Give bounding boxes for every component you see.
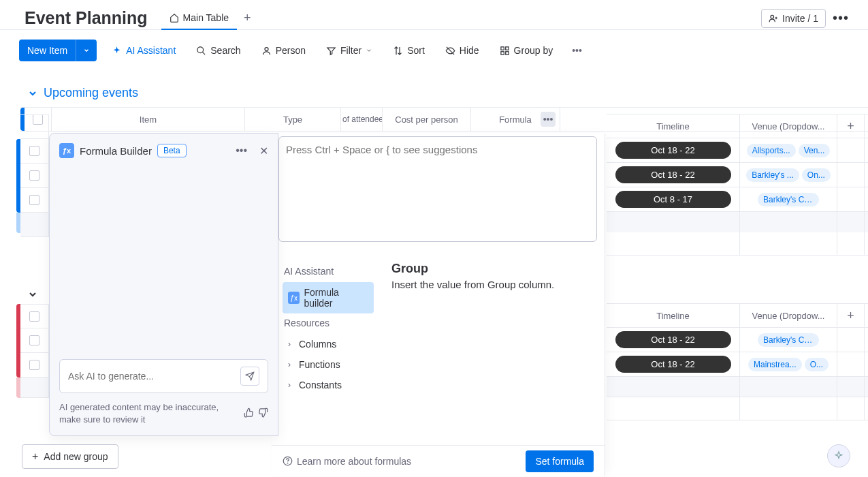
venue-tag[interactable]: Barkley's Center: [758, 193, 819, 206]
person-add-icon: [769, 14, 778, 23]
chevron-down-icon: [366, 47, 372, 54]
row-checkbox[interactable]: [29, 360, 39, 370]
add-column-button[interactable]: +: [837, 114, 865, 138]
column-header-type[interactable]: Type: [245, 108, 341, 131]
add-group-label: Add new group: [44, 451, 108, 462]
formula-editor-input[interactable]: [278, 136, 597, 242]
add-tab-button[interactable]: +: [237, 5, 258, 31]
formula-icon: ƒx: [59, 143, 74, 158]
fe-detail-title: Group: [391, 262, 594, 276]
venue-tag[interactable]: Ven...: [799, 144, 831, 157]
formula-column-menu[interactable]: •••: [541, 112, 556, 127]
table-row[interactable]: Oct 18 - 22 Mainstrea...O...: [607, 352, 868, 377]
invite-label: Invite / 1: [782, 13, 818, 24]
chevron-down-icon: [83, 47, 90, 54]
set-formula-button[interactable]: Set formula: [526, 450, 594, 472]
column-header-cost[interactable]: Cost per person: [383, 108, 471, 131]
toolbar-more-menu[interactable]: •••: [568, 41, 586, 60]
group-collapse-icon[interactable]: [27, 289, 38, 300]
group-bar-faded: [16, 213, 20, 233]
fe-item-constants[interactable]: ›Constants: [283, 375, 374, 395]
timeline-pill[interactable]: Oct 18 - 22: [615, 166, 731, 183]
thumbs-up-button[interactable]: [244, 407, 254, 420]
thumbs-down-button[interactable]: [258, 407, 268, 420]
add-column-button[interactable]: +: [837, 304, 865, 327]
sparkle-icon: [112, 46, 122, 56]
sort-button[interactable]: Sort: [387, 41, 430, 60]
select-all-checkbox[interactable]: [29, 311, 39, 322]
group-bar: [16, 304, 20, 378]
column-header-timeline[interactable]: Timeline: [607, 114, 740, 138]
home-icon: [170, 13, 179, 22]
sparkle-icon: [833, 450, 844, 461]
table-row[interactable]: Oct 8 - 17 Barkley's Center: [607, 187, 868, 212]
ai-assistant-button[interactable]: AI Assistant: [106, 41, 181, 60]
ai-send-button[interactable]: [240, 367, 259, 386]
group-bar: [16, 139, 20, 213]
table-row[interactable]: Oct 18 - 22 Barkley's Center: [607, 328, 868, 352]
column-header-timeline[interactable]: Timeline: [607, 304, 740, 327]
svg-point-0: [771, 15, 774, 18]
fe-item-columns[interactable]: ›Columns: [283, 334, 374, 354]
sort-label: Sort: [407, 45, 425, 56]
board-more-menu[interactable]: •••: [833, 10, 849, 26]
floating-ai-button[interactable]: [827, 444, 850, 467]
ai-generate-input[interactable]: [68, 371, 240, 382]
group-icon: [500, 46, 510, 56]
search-button[interactable]: Search: [191, 41, 246, 60]
column-header-formula[interactable]: Formula •••: [471, 108, 560, 131]
group-title[interactable]: Upcoming events: [44, 86, 138, 100]
new-item-dropdown[interactable]: [76, 40, 97, 61]
hide-button[interactable]: Hide: [440, 41, 485, 60]
row-checkbox[interactable]: [20, 188, 49, 213]
fe-item-label: Columns: [299, 339, 336, 350]
fe-item-functions[interactable]: ›Functions: [283, 354, 374, 375]
column-header-venue[interactable]: Venue (Dropdow...: [740, 304, 837, 327]
column-header-attendees[interactable]: # of attendees: [341, 108, 383, 131]
svg-rect-6: [505, 51, 508, 54]
formula-builder-panel: ƒx Formula Builder Beta ••• ✕ AI generat…: [49, 133, 278, 436]
formula-editor-panel: AI Assistant ƒx Formula builder Resource…: [272, 134, 605, 476]
venue-tag[interactable]: Mainstrea...: [748, 358, 802, 371]
help-icon: [283, 456, 293, 466]
timeline-pill[interactable]: Oct 18 - 22: [615, 331, 731, 348]
filter-button[interactable]: Filter: [321, 41, 378, 60]
send-icon: [245, 371, 255, 381]
venue-tag[interactable]: Barkley's Center: [758, 333, 819, 347]
fe-item-label: Functions: [299, 359, 340, 370]
filter-icon: [326, 46, 336, 56]
new-item-label: New Item: [19, 40, 76, 61]
fe-item-label: Constants: [299, 380, 342, 390]
timeline-pill[interactable]: Oct 18 - 22: [615, 356, 731, 373]
row-checkbox[interactable]: [20, 139, 49, 164]
formula-builder-title: Formula Builder: [80, 145, 152, 157]
group-bar-faded: [16, 378, 20, 398]
svg-point-2: [265, 47, 268, 50]
plus-icon: +: [32, 450, 38, 463]
column-header-item[interactable]: Item: [52, 108, 245, 131]
column-header-venue[interactable]: Venue (Dropdow...: [740, 114, 837, 138]
fe-item-formula-builder[interactable]: ƒx Formula builder: [283, 282, 374, 313]
group-collapse-icon[interactable]: [27, 88, 38, 99]
row-checkbox[interactable]: [29, 335, 39, 345]
formula-builder-close[interactable]: ✕: [259, 144, 268, 157]
table-row[interactable]: Oct 18 - 22 Barkley's ...On...: [607, 163, 868, 187]
venue-tag[interactable]: O...: [805, 358, 829, 371]
new-item-button[interactable]: New Item: [19, 40, 97, 61]
add-group-button[interactable]: + Add new group: [22, 444, 118, 469]
group-by-button[interactable]: Group by: [494, 41, 559, 60]
formula-builder-menu[interactable]: •••: [236, 144, 247, 157]
tab-main-table[interactable]: Main Table: [161, 7, 237, 30]
timeline-pill[interactable]: Oct 18 - 22: [615, 142, 731, 159]
learn-more-label: Learn more about formulas: [297, 456, 411, 467]
venue-tag[interactable]: Barkley's ...: [746, 168, 799, 182]
invite-button[interactable]: Invite / 1: [761, 9, 826, 28]
learn-more-link[interactable]: Learn more about formulas: [283, 456, 411, 467]
row-checkbox[interactable]: [20, 164, 49, 188]
venue-tag[interactable]: On...: [802, 168, 831, 182]
beta-badge: Beta: [157, 144, 187, 157]
person-button[interactable]: Person: [256, 41, 311, 60]
table-row[interactable]: Oct 18 - 22 Allsports...Ven...: [607, 138, 868, 163]
venue-tag[interactable]: Allsports...: [747, 144, 796, 157]
timeline-pill[interactable]: Oct 8 - 17: [615, 191, 731, 208]
